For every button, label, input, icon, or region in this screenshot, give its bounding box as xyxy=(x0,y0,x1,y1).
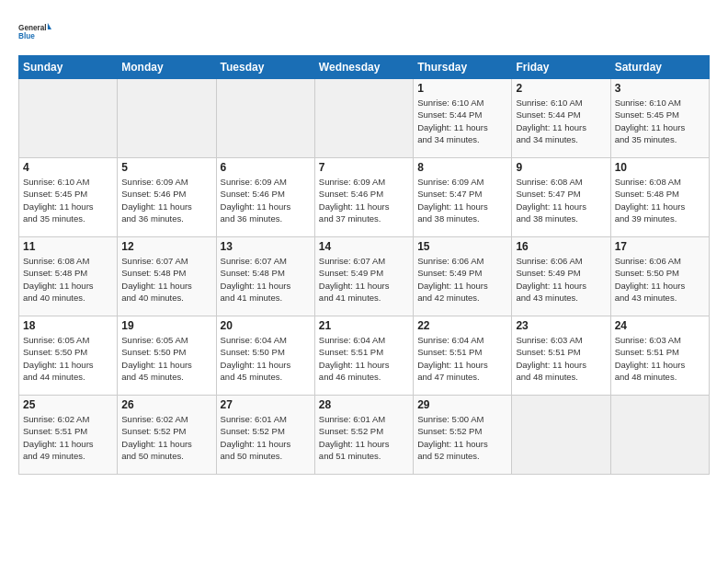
header-day-monday: Monday xyxy=(118,56,216,79)
day-number: 10 xyxy=(615,161,705,174)
calendar-cell: 17Sunrise: 6:06 AM Sunset: 5:50 PM Dayli… xyxy=(610,237,709,316)
calendar-cell: 25Sunrise: 6:02 AM Sunset: 5:51 PM Dayli… xyxy=(19,396,118,475)
calendar-cell: 22Sunrise: 6:04 AM Sunset: 5:51 PM Dayli… xyxy=(414,316,512,396)
calendar-cell: 21Sunrise: 6:04 AM Sunset: 5:51 PM Dayli… xyxy=(314,316,413,396)
page: General Blue SundayMondayTuesdayWednesda… xyxy=(0,0,728,563)
calendar-cell xyxy=(216,79,314,158)
header-day-thursday: Thursday xyxy=(414,56,512,79)
day-info: Sunrise: 6:09 AM Sunset: 5:46 PM Dayligh… xyxy=(221,176,311,224)
calendar-cell xyxy=(19,79,118,158)
calendar-cell: 10Sunrise: 6:08 AM Sunset: 5:48 PM Dayli… xyxy=(610,158,709,237)
day-info: Sunrise: 6:01 AM Sunset: 5:52 PM Dayligh… xyxy=(319,413,409,462)
day-number: 8 xyxy=(417,161,507,174)
calendar-cell: 9Sunrise: 6:08 AM Sunset: 5:47 PM Daylig… xyxy=(512,158,610,237)
day-number: 11 xyxy=(23,240,113,253)
day-number: 29 xyxy=(417,398,507,411)
calendar-cell: 4Sunrise: 6:10 AM Sunset: 5:45 PM Daylig… xyxy=(19,158,118,237)
day-info: Sunrise: 6:05 AM Sunset: 5:50 PM Dayligh… xyxy=(121,334,211,383)
header-day-friday: Friday xyxy=(512,56,610,79)
header-day-tuesday: Tuesday xyxy=(216,56,314,79)
day-info: Sunrise: 6:07 AM Sunset: 5:48 PM Dayligh… xyxy=(221,255,311,304)
calendar-cell: 8Sunrise: 6:09 AM Sunset: 5:47 PM Daylig… xyxy=(414,158,512,237)
day-number: 14 xyxy=(319,240,409,253)
svg-text:General: General xyxy=(18,24,47,32)
day-info: Sunrise: 6:03 AM Sunset: 5:51 PM Dayligh… xyxy=(516,334,606,383)
day-number: 6 xyxy=(221,161,311,174)
day-info: Sunrise: 6:06 AM Sunset: 5:49 PM Dayligh… xyxy=(516,255,606,304)
calendar-cell: 19Sunrise: 6:05 AM Sunset: 5:50 PM Dayli… xyxy=(118,316,216,396)
calendar-cell: 1Sunrise: 6:10 AM Sunset: 5:44 PM Daylig… xyxy=(414,79,512,158)
day-number: 5 xyxy=(121,161,211,174)
day-number: 24 xyxy=(615,319,705,332)
day-number: 1 xyxy=(417,82,507,95)
header-row: SundayMondayTuesdayWednesdayThursdayFrid… xyxy=(19,56,710,79)
day-number: 7 xyxy=(319,161,409,174)
calendar-cell: 6Sunrise: 6:09 AM Sunset: 5:46 PM Daylig… xyxy=(216,158,314,237)
header-day-sunday: Sunday xyxy=(19,56,118,79)
day-info: Sunrise: 6:09 AM Sunset: 5:47 PM Dayligh… xyxy=(417,176,507,224)
day-info: Sunrise: 6:07 AM Sunset: 5:48 PM Dayligh… xyxy=(121,255,211,304)
svg-marker-2 xyxy=(48,23,51,29)
calendar-cell xyxy=(512,396,610,475)
day-number: 21 xyxy=(319,319,409,332)
calendar-cell: 11Sunrise: 6:08 AM Sunset: 5:48 PM Dayli… xyxy=(19,237,118,316)
calendar-cell: 16Sunrise: 6:06 AM Sunset: 5:49 PM Dayli… xyxy=(512,237,610,316)
calendar-cell xyxy=(118,79,216,158)
calendar-cell: 28Sunrise: 6:01 AM Sunset: 5:52 PM Dayli… xyxy=(314,396,413,475)
calendar-cell: 2Sunrise: 6:10 AM Sunset: 5:44 PM Daylig… xyxy=(512,79,610,158)
day-number: 13 xyxy=(221,240,311,253)
day-info: Sunrise: 6:05 AM Sunset: 5:50 PM Dayligh… xyxy=(23,334,113,383)
day-number: 27 xyxy=(221,398,311,411)
calendar-cell: 26Sunrise: 6:02 AM Sunset: 5:52 PM Dayli… xyxy=(118,396,216,475)
day-info: Sunrise: 6:06 AM Sunset: 5:49 PM Dayligh… xyxy=(417,255,507,304)
header-day-saturday: Saturday xyxy=(610,56,709,79)
calendar-cell: 29Sunrise: 5:00 AM Sunset: 5:52 PM Dayli… xyxy=(414,396,512,475)
calendar-cell: 12Sunrise: 6:07 AM Sunset: 5:48 PM Dayli… xyxy=(118,237,216,316)
day-info: Sunrise: 6:02 AM Sunset: 5:51 PM Dayligh… xyxy=(23,413,113,462)
calendar-cell: 24Sunrise: 6:03 AM Sunset: 5:51 PM Dayli… xyxy=(610,316,709,396)
calendar-cell: 20Sunrise: 6:04 AM Sunset: 5:50 PM Dayli… xyxy=(216,316,314,396)
day-number: 2 xyxy=(516,82,606,95)
calendar-cell xyxy=(610,396,709,475)
day-number: 23 xyxy=(516,319,606,332)
week-row-2: 11Sunrise: 6:08 AM Sunset: 5:48 PM Dayli… xyxy=(19,237,710,316)
calendar-cell: 5Sunrise: 6:09 AM Sunset: 5:46 PM Daylig… xyxy=(118,158,216,237)
day-info: Sunrise: 6:10 AM Sunset: 5:44 PM Dayligh… xyxy=(417,97,507,145)
day-number: 12 xyxy=(121,240,211,253)
day-info: Sunrise: 6:06 AM Sunset: 5:50 PM Dayligh… xyxy=(615,255,705,304)
day-number: 19 xyxy=(121,319,211,332)
day-info: Sunrise: 6:10 AM Sunset: 5:44 PM Dayligh… xyxy=(516,97,606,145)
calendar-cell: 13Sunrise: 6:07 AM Sunset: 5:48 PM Dayli… xyxy=(216,237,314,316)
day-number: 22 xyxy=(417,319,507,332)
day-info: Sunrise: 6:04 AM Sunset: 5:50 PM Dayligh… xyxy=(221,334,311,383)
calendar-cell xyxy=(314,79,413,158)
day-info: Sunrise: 6:08 AM Sunset: 5:47 PM Dayligh… xyxy=(516,176,606,224)
day-number: 4 xyxy=(23,161,113,174)
week-row-0: 1Sunrise: 6:10 AM Sunset: 5:44 PM Daylig… xyxy=(19,79,710,158)
day-info: Sunrise: 6:08 AM Sunset: 5:48 PM Dayligh… xyxy=(615,176,705,224)
calendar-table: SundayMondayTuesdayWednesdayThursdayFrid… xyxy=(18,55,710,475)
calendar-cell: 27Sunrise: 6:01 AM Sunset: 5:52 PM Dayli… xyxy=(216,396,314,475)
calendar-cell: 7Sunrise: 6:09 AM Sunset: 5:46 PM Daylig… xyxy=(314,158,413,237)
week-row-3: 18Sunrise: 6:05 AM Sunset: 5:50 PM Dayli… xyxy=(19,316,710,396)
day-info: Sunrise: 6:10 AM Sunset: 5:45 PM Dayligh… xyxy=(23,176,113,224)
day-number: 17 xyxy=(615,240,705,253)
logo: General Blue xyxy=(18,15,51,48)
svg-text:Blue: Blue xyxy=(18,32,35,40)
day-info: Sunrise: 6:04 AM Sunset: 5:51 PM Dayligh… xyxy=(417,334,507,383)
header-day-wednesday: Wednesday xyxy=(314,56,413,79)
calendar-cell: 18Sunrise: 6:05 AM Sunset: 5:50 PM Dayli… xyxy=(19,316,118,396)
day-info: Sunrise: 6:07 AM Sunset: 5:49 PM Dayligh… xyxy=(319,255,409,304)
logo-svg: General Blue xyxy=(18,15,51,48)
day-number: 15 xyxy=(417,240,507,253)
day-number: 16 xyxy=(516,240,606,253)
day-info: Sunrise: 6:09 AM Sunset: 5:46 PM Dayligh… xyxy=(121,176,211,224)
day-info: Sunrise: 6:10 AM Sunset: 5:45 PM Dayligh… xyxy=(615,97,705,145)
day-info: Sunrise: 6:04 AM Sunset: 5:51 PM Dayligh… xyxy=(319,334,409,383)
calendar-cell: 23Sunrise: 6:03 AM Sunset: 5:51 PM Dayli… xyxy=(512,316,610,396)
day-info: Sunrise: 6:09 AM Sunset: 5:46 PM Dayligh… xyxy=(319,176,409,224)
day-info: Sunrise: 6:08 AM Sunset: 5:48 PM Dayligh… xyxy=(23,255,113,304)
day-number: 9 xyxy=(516,161,606,174)
day-number: 3 xyxy=(615,82,705,95)
week-row-1: 4Sunrise: 6:10 AM Sunset: 5:45 PM Daylig… xyxy=(19,158,710,237)
